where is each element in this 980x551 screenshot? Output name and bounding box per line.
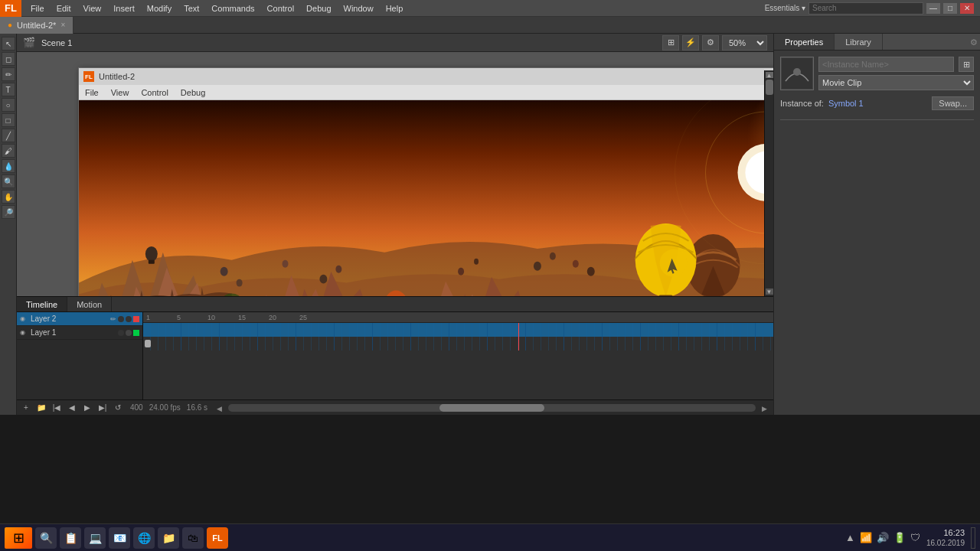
- layer-visibility-icon[interactable]: ◉: [20, 315, 28, 323]
- menu-control[interactable]: Control: [261, 0, 300, 17]
- inner-menu-view[interactable]: View: [105, 85, 136, 100]
- menu-commands[interactable]: Commands: [205, 0, 260, 17]
- essentials-btn[interactable]: Essentials ▾: [765, 4, 805, 12]
- tool-oval[interactable]: ○: [2, 98, 15, 112]
- menu-view[interactable]: View: [77, 0, 108, 17]
- taskbar-edge-btn[interactable]: 💻: [84, 527, 106, 549]
- fl-logo[interactable]: FL: [0, 0, 21, 17]
- menu-text[interactable]: Text: [178, 0, 205, 17]
- taskbar-fl-icon: FL: [212, 533, 222, 543]
- separator: [780, 119, 974, 120]
- tl-loop-btn[interactable]: ↺: [112, 402, 124, 414]
- inner-menu-file[interactable]: File: [79, 85, 105, 100]
- tl-skip-start-btn[interactable]: |◀: [51, 402, 63, 414]
- type-select[interactable]: Movie Clip Graphic Button: [818, 75, 974, 90]
- maximize-button[interactable]: □: [943, 3, 957, 14]
- tool-paint[interactable]: 🖌: [2, 144, 15, 158]
- layer-2-circle2-btn[interactable]: [126, 316, 132, 322]
- canvas-vscrollbar[interactable]: ▲ ▼: [764, 70, 773, 296]
- tool-ink[interactable]: 💧: [2, 159, 15, 173]
- tab-icon: ●: [8, 21, 12, 29]
- instance-options-btn[interactable]: ⊞: [959, 57, 974, 72]
- tl-scrollbar[interactable]: [228, 404, 756, 412]
- tray-volume-icon[interactable]: 🔊: [877, 532, 889, 543]
- start-button[interactable]: ⊞: [5, 527, 32, 549]
- scroll-up-arrow[interactable]: ▲: [766, 72, 773, 78]
- layer-2-color[interactable]: [133, 316, 139, 322]
- scroll-down-arrow[interactable]: ▼: [766, 289, 773, 295]
- scene-grid-btn[interactable]: ⚡: [682, 35, 699, 51]
- tool-rect[interactable]: □: [2, 113, 15, 127]
- frame-grid-1: [143, 337, 773, 350]
- search-input[interactable]: [808, 2, 923, 15]
- symbol-name: Symbol 1: [828, 99, 864, 108]
- swap-button[interactable]: Swap...: [932, 96, 974, 110]
- frame-num-5: 5: [177, 314, 181, 321]
- tl-scroll-left[interactable]: ◀: [214, 403, 225, 412]
- close-button[interactable]: ✕: [960, 3, 974, 14]
- tool-pencil[interactable]: ╱: [2, 129, 15, 142]
- tab-close-btn[interactable]: ×: [60, 21, 65, 29]
- tool-pen[interactable]: ✏: [2, 67, 15, 81]
- layer-2-pencil[interactable]: ✏: [110, 315, 116, 323]
- tl-frame-count: 400: [130, 403, 143, 412]
- playhead-layer1[interactable]: [518, 337, 519, 350]
- tl-step-fwd-btn[interactable]: ▶|: [96, 402, 109, 414]
- layer-1-visibility-icon[interactable]: ◉: [20, 329, 28, 337]
- menu-file[interactable]: File: [24, 0, 51, 17]
- tool-zoom[interactable]: 🔎: [2, 205, 15, 219]
- inner-menu-control[interactable]: Control: [135, 85, 174, 100]
- playhead[interactable]: [518, 323, 519, 337]
- panel-options-btn[interactable]: ⚙: [968, 34, 980, 51]
- taskbar-search-btn[interactable]: 🔍: [35, 527, 57, 549]
- minimize-button[interactable]: —: [926, 3, 940, 14]
- scroll-thumb[interactable]: [766, 80, 773, 95]
- tray-battery-icon[interactable]: 🔋: [893, 532, 906, 543]
- tl-step-back-btn[interactable]: ◀: [66, 402, 78, 414]
- taskbar-store-btn[interactable]: 🛍: [182, 527, 204, 549]
- tool-arrow[interactable]: ↖: [2, 37, 15, 51]
- tl-play-btn[interactable]: ▶: [81, 402, 93, 414]
- menu-edit[interactable]: Edit: [51, 0, 77, 17]
- layer-1-circle2-btn[interactable]: [126, 330, 132, 336]
- tray-network-icon[interactable]: 📶: [860, 532, 872, 543]
- tl-add-folder-btn[interactable]: 📁: [35, 402, 47, 414]
- windows-icon: ⊞: [13, 530, 24, 546]
- scene-snap-btn[interactable]: ⊞: [662, 35, 679, 51]
- instance-name-input[interactable]: [818, 57, 954, 72]
- menu-modify[interactable]: Modify: [141, 0, 178, 17]
- tool-hand[interactable]: ✋: [2, 190, 15, 204]
- inner-menu-debug[interactable]: Debug: [175, 85, 211, 100]
- tool-text[interactable]: T: [2, 83, 15, 96]
- taskbar-task-view-btn[interactable]: 📋: [60, 527, 81, 549]
- layer-1-circle-btn[interactable]: [118, 330, 124, 336]
- tool-select[interactable]: ◻: [2, 52, 15, 66]
- tab-motion[interactable]: Motion: [67, 297, 112, 311]
- layer-1-color[interactable]: [133, 330, 139, 336]
- zoom-select[interactable]: 50% 25% 100% 200%: [722, 35, 767, 51]
- document-tab[interactable]: ● Untitled-2* ×: [0, 17, 74, 34]
- taskbar-browser-btn[interactable]: 🌐: [133, 527, 155, 549]
- tray-up-arrow[interactable]: ▲: [845, 532, 855, 543]
- tl-add-layer-btn[interactable]: +: [20, 402, 32, 414]
- menu-debug[interactable]: Debug: [300, 0, 337, 17]
- taskbar-email-btn[interactable]: 📧: [109, 527, 130, 549]
- tl-scroll-thumb[interactable]: [439, 404, 545, 412]
- svg-point-29: [335, 266, 341, 273]
- taskbar-explorer-btn[interactable]: 📁: [158, 527, 179, 549]
- menu-help[interactable]: Help: [380, 0, 410, 17]
- show-desktop-btn[interactable]: [971, 527, 975, 549]
- tl-scroll-right[interactable]: ▶: [759, 403, 770, 412]
- tab-timeline[interactable]: Timeline: [17, 297, 67, 311]
- menu-insert[interactable]: Insert: [107, 0, 141, 17]
- frame-num-10: 10: [207, 314, 215, 321]
- tab-library[interactable]: Library: [835, 34, 883, 50]
- tool-eyedrop[interactable]: 🔍: [2, 174, 15, 188]
- tray-antivirus-icon[interactable]: 🛡: [910, 532, 920, 543]
- taskbar-fl-btn[interactable]: FL: [207, 527, 228, 549]
- scene-settings-btn[interactable]: ⚙: [702, 35, 719, 51]
- keyframe-dot: [145, 340, 151, 347]
- tab-properties[interactable]: Properties: [774, 34, 835, 50]
- layer-2-circle-btn[interactable]: [118, 316, 124, 322]
- menu-window[interactable]: Window: [338, 0, 380, 17]
